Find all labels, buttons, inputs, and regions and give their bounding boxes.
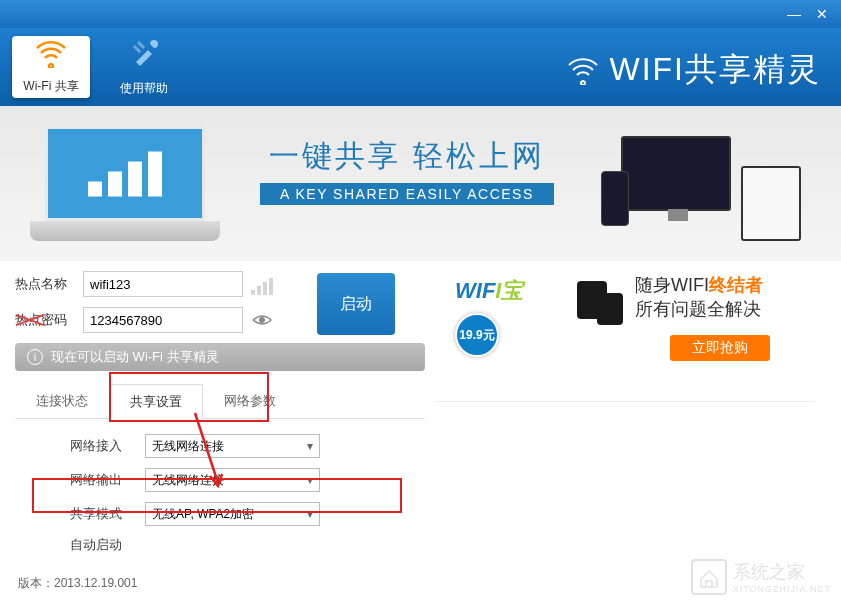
network-output-label: 网络输出 — [70, 471, 145, 489]
toolbar-label: 使用帮助 — [120, 80, 168, 97]
banner-text: 一键共享 轻松上网 A KEY SHARED EASILY ACCESS — [260, 136, 554, 205]
help-button[interactable]: 使用帮助 — [105, 36, 183, 98]
tab-settings[interactable]: 共享设置 — [109, 384, 203, 419]
tools-icon — [128, 38, 160, 78]
info-icon: i — [27, 349, 43, 365]
autostart-label: 自动启动 — [70, 536, 145, 554]
wifi-share-button[interactable]: Wi-Fi 共享 — [12, 36, 90, 98]
watermark-house-icon — [691, 559, 727, 595]
hotspot-password-input[interactable] — [83, 307, 243, 333]
signal-icon — [251, 273, 276, 295]
password-visibility-icon[interactable] — [251, 311, 273, 329]
settings-panel: 网络接入 无线网络连接 网络输出 无线网络连接 共享模式 无线AP, WPA2加… — [15, 419, 425, 554]
start-button[interactable]: 启动 — [317, 273, 395, 335]
wifi-icon — [35, 39, 67, 76]
tabs: 连接状态 共享设置 网络参数 — [15, 383, 425, 419]
titlebar: — ✕ — [0, 0, 841, 28]
wifi-logo-icon — [565, 55, 601, 85]
toolbar: Wi-Fi 共享 使用帮助 WIFI共享精灵 — [0, 28, 841, 106]
banner-subtitle: A KEY SHARED EASILY ACCESS — [260, 183, 554, 205]
status-text: 现在可以启动 Wi-Fi 共享精灵 — [51, 348, 219, 366]
buy-now-button[interactable]: 立即抢购 — [670, 335, 770, 361]
banner-laptop-image — [30, 126, 220, 246]
banner-title: 一键共享 轻松上网 — [260, 136, 554, 177]
hotspot-name-input[interactable] — [83, 271, 243, 297]
minimize-button[interactable]: — — [780, 4, 808, 24]
hotspot-name-label: 热点名称 — [15, 275, 83, 293]
close-button[interactable]: ✕ — [808, 4, 836, 24]
share-mode-select[interactable]: 无线AP, WPA2加密 — [145, 502, 320, 526]
promo-logo: WIFI宝 — [455, 276, 523, 306]
tab-network[interactable]: 网络参数 — [203, 383, 297, 418]
left-panel: 热点名称 热点密码 启动 i 现在可以启动 Wi-Fi 共享精灵 连接状 — [15, 271, 425, 571]
share-mode-label: 共享模式 — [70, 505, 145, 523]
cross-icon — [15, 308, 45, 332]
usb-product-image — [555, 271, 625, 336]
right-panel: WIFI宝 19.9元 随身WIFI终结者 所有问题全解决 立即抢购 — [425, 271, 815, 571]
promo-text: 随身WIFI终结者 所有问题全解决 — [635, 273, 763, 321]
app-logo: WIFI共享精灵 — [565, 48, 821, 92]
status-bar: i 现在可以启动 Wi-Fi 共享精灵 — [15, 343, 425, 371]
network-access-select[interactable]: 无线网络连接 — [145, 434, 320, 458]
tab-connection[interactable]: 连接状态 — [15, 383, 109, 418]
toolbar-label: Wi-Fi 共享 — [23, 78, 78, 95]
svg-point-0 — [259, 317, 265, 323]
version-label: 版本：2013.12.19.001 — [18, 575, 137, 592]
network-output-select[interactable]: 无线网络连接 — [145, 468, 320, 492]
watermark: 系统之家 XITONGZHIJIA.NET — [691, 559, 831, 595]
banner-devices-image — [601, 131, 811, 241]
price-badge: 19.9元 — [455, 313, 499, 357]
banner: 一键共享 轻松上网 A KEY SHARED EASILY ACCESS — [0, 106, 841, 261]
network-access-label: 网络接入 — [70, 437, 145, 455]
